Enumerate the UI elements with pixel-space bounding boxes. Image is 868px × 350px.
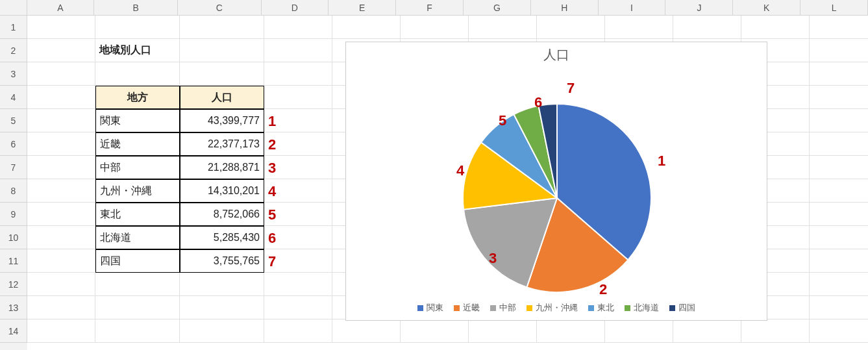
table-pop-4[interactable]: 8,752,066 xyxy=(180,203,264,226)
cell-G1[interactable] xyxy=(469,16,537,39)
cell-L9[interactable] xyxy=(810,203,868,226)
cell-A11[interactable] xyxy=(27,249,95,273)
cell-L3[interactable] xyxy=(810,62,868,86)
table-pop-1[interactable]: 22,377,173 xyxy=(180,132,264,156)
cell-A9[interactable] xyxy=(27,203,95,226)
cell-A4[interactable] xyxy=(27,86,95,109)
col-header-A[interactable]: A xyxy=(27,0,95,16)
cell-L12[interactable] xyxy=(810,273,868,296)
cell-L6[interactable] xyxy=(810,132,868,156)
cell-L11[interactable] xyxy=(810,249,868,273)
cell-B12[interactable] xyxy=(95,273,180,296)
cell-D2[interactable] xyxy=(264,39,332,62)
col-header-B[interactable]: B xyxy=(94,0,178,16)
row-header-9[interactable]: 9 xyxy=(0,203,27,226)
cell-A10[interactable] xyxy=(27,226,95,249)
table-region-0[interactable]: 関東 xyxy=(95,109,180,132)
table-pop-5[interactable]: 5,285,430 xyxy=(180,226,264,249)
table-head-pop[interactable]: 人口 xyxy=(180,86,264,109)
row-header-14[interactable]: 14 xyxy=(0,319,27,343)
row-header-1[interactable]: 1 xyxy=(0,16,27,39)
cell-A14[interactable] xyxy=(27,319,95,343)
cell-G14[interactable] xyxy=(469,319,537,343)
cell-C14[interactable] xyxy=(180,319,264,343)
row-header-11[interactable]: 11 xyxy=(0,249,27,273)
cell-I14[interactable] xyxy=(605,319,673,343)
sheet-title[interactable]: 地域別人口 xyxy=(95,39,180,62)
col-header-H[interactable]: H xyxy=(531,0,599,16)
cell-A7[interactable] xyxy=(27,156,95,179)
cell-I1[interactable] xyxy=(605,16,673,39)
cell-C12[interactable] xyxy=(180,273,264,296)
col-header-C[interactable]: C xyxy=(178,0,262,16)
col-header-F[interactable]: F xyxy=(396,0,464,16)
table-pop-3[interactable]: 14,310,201 xyxy=(180,179,264,203)
cell-D3[interactable] xyxy=(264,62,332,86)
cell-J1[interactable] xyxy=(673,16,741,39)
row-header-3[interactable]: 3 xyxy=(0,62,27,86)
cell-E14[interactable] xyxy=(332,319,401,343)
cell-F1[interactable] xyxy=(401,16,469,39)
col-header-L[interactable]: L xyxy=(800,0,868,16)
cell-D1[interactable] xyxy=(264,16,332,39)
row-header-5[interactable]: 5 xyxy=(0,109,27,132)
row-header-10[interactable]: 10 xyxy=(0,226,27,249)
cell-F14[interactable] xyxy=(401,319,469,343)
table-pop-2[interactable]: 21,288,871 xyxy=(180,156,264,179)
cell-B14[interactable] xyxy=(95,319,180,343)
cell-E1[interactable] xyxy=(332,16,401,39)
cell-J14[interactable] xyxy=(673,319,741,343)
row-header-13[interactable]: 13 xyxy=(0,296,27,319)
select-all-corner[interactable] xyxy=(0,0,27,16)
col-header-D[interactable]: D xyxy=(262,0,329,16)
cell-B13[interactable] xyxy=(95,296,180,319)
cell-D14[interactable] xyxy=(264,319,332,343)
cell-L5[interactable] xyxy=(810,109,868,132)
cell-L10[interactable] xyxy=(810,226,868,249)
row-header-7[interactable]: 7 xyxy=(0,156,27,179)
cell-B1[interactable] xyxy=(95,16,180,39)
col-header-J[interactable]: J xyxy=(665,0,733,16)
cell-B3[interactable] xyxy=(95,62,180,86)
cell-L7[interactable] xyxy=(810,156,868,179)
col-header-G[interactable]: G xyxy=(464,0,531,16)
cell-A1[interactable] xyxy=(27,16,95,39)
chart-frame[interactable]: 人口 関東近畿中部九州・沖縄東北北海道四国 1234567 xyxy=(345,42,767,321)
cell-H1[interactable] xyxy=(537,16,605,39)
cell-A12[interactable] xyxy=(27,273,95,296)
cell-K1[interactable] xyxy=(741,16,810,39)
row-header-4[interactable]: 4 xyxy=(0,86,27,109)
cell-D12[interactable] xyxy=(264,273,332,296)
col-header-I[interactable]: I xyxy=(599,0,666,16)
col-header-K[interactable]: K xyxy=(733,0,800,16)
cell-K14[interactable] xyxy=(741,319,810,343)
table-region-1[interactable]: 近畿 xyxy=(95,132,180,156)
cell-D13[interactable] xyxy=(264,296,332,319)
cell-C13[interactable] xyxy=(180,296,264,319)
table-region-2[interactable]: 中部 xyxy=(95,156,180,179)
table-pop-6[interactable]: 3,755,765 xyxy=(180,249,264,273)
cell-A3[interactable] xyxy=(27,62,95,86)
cell-A2[interactable] xyxy=(27,39,95,62)
pie-chart[interactable] xyxy=(346,62,768,315)
table-pop-0[interactable]: 43,399,777 xyxy=(180,109,264,132)
cell-L14[interactable] xyxy=(810,319,868,343)
cell-L1[interactable] xyxy=(810,16,868,39)
cell-L2[interactable] xyxy=(810,39,868,62)
cell-L4[interactable] xyxy=(810,86,868,109)
cell-A5[interactable] xyxy=(27,109,95,132)
cell-L13[interactable] xyxy=(810,296,868,319)
cell-A6[interactable] xyxy=(27,132,95,156)
table-region-3[interactable]: 九州・沖縄 xyxy=(95,179,180,203)
cell-A13[interactable] xyxy=(27,296,95,319)
table-region-4[interactable]: 東北 xyxy=(95,203,180,226)
table-region-5[interactable]: 北海道 xyxy=(95,226,180,249)
row-header-8[interactable]: 8 xyxy=(0,179,27,203)
table-region-6[interactable]: 四国 xyxy=(95,249,180,273)
cell-H14[interactable] xyxy=(537,319,605,343)
cell-A8[interactable] xyxy=(27,179,95,203)
cell-C3[interactable] xyxy=(180,62,264,86)
cell-C1[interactable] xyxy=(180,16,264,39)
col-header-E[interactable]: E xyxy=(329,0,396,16)
table-head-region[interactable]: 地方 xyxy=(95,86,180,109)
